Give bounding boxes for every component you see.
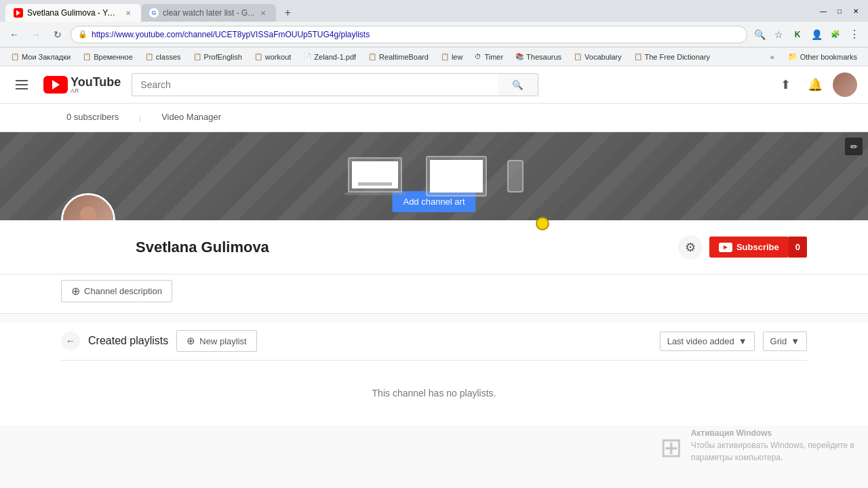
bookmark-classes[interactable]: 📋 classes	[140, 52, 186, 62]
avatar-photo	[63, 195, 113, 220]
bookmark-icon: 📋	[145, 53, 153, 60]
browser-titlebar: Svetlana Gulimova - You... ✕ G clear wat…	[0, 0, 868, 22]
banner-edit-button[interactable]: ✏	[845, 138, 863, 155]
avatar-silhouette	[68, 200, 108, 220]
tab-label-google: clear watch later list - G...	[163, 8, 254, 18]
upload-icon[interactable]: ⬆	[773, 73, 797, 97]
yt-logo-small	[719, 243, 732, 252]
tab-favicon-google: G	[149, 8, 159, 18]
phone-device	[507, 160, 524, 192]
tab-close-youtube[interactable]: ✕	[123, 8, 133, 18]
bookmark-vremennoe[interactable]: 📋 Временное	[77, 52, 138, 62]
search-form: 🔍	[132, 73, 538, 96]
browser-tabs: Svetlana Gulimova - You... ✕ G clear wat…	[5, 0, 296, 22]
header-right: ⬆ 🔔	[773, 73, 857, 97]
tv-device	[426, 156, 487, 197]
kaspersky-icon: K	[789, 26, 806, 43]
channel-avatar-container: ✏	[61, 193, 115, 220]
tab-favicon-yt	[14, 8, 23, 18]
search-browser-icon[interactable]: 🔍	[751, 26, 768, 43]
channel-name: Svetlana Gulimova	[136, 239, 269, 256]
channel-info-area: Svetlana Gulimova ⚙ Subscribe 0	[0, 220, 868, 274]
add-description-button[interactable]: ⊕ Channel description	[61, 280, 172, 302]
tab-youtube[interactable]: Svetlana Gulimova - You... ✕	[5, 4, 141, 22]
bookmark-workout[interactable]: 📋 workout	[249, 52, 297, 62]
user-avatar[interactable]	[833, 73, 857, 97]
back-arrow-button[interactable]: ←	[61, 331, 80, 350]
nav-icons-right: 🔍 ☆ K 👤 🧩 ⋮	[751, 26, 863, 43]
youtube-logo-icon	[43, 76, 68, 94]
bookmark-thesaurus[interactable]: 📚 Thesaurus	[510, 52, 567, 62]
chevron-down-icon: ▼	[791, 336, 800, 346]
hamburger-menu[interactable]	[11, 74, 33, 96]
subscribers-count: 0 subscribers	[61, 104, 124, 131]
bookmark-icon: 📋	[254, 53, 262, 60]
bookmark-vocabulary[interactable]: 📋 Vocabulary	[568, 52, 627, 62]
bookmark-timer[interactable]: ⏱ Timer	[469, 52, 509, 62]
bookmark-moi-zakladki[interactable]: 📋 Мои Закладки	[5, 52, 76, 62]
youtube-page: YouTube AR 🔍 ⬆ 🔔 0 subscribers | Video M…	[0, 66, 868, 488]
refresh-button[interactable]: ↻	[49, 26, 66, 43]
bookmarks-bar: 📋 Мои Закладки 📋 Временное 📋 classes 📋 P…	[0, 47, 868, 66]
plus-circle-icon: ⊕	[186, 335, 195, 347]
extensions-icon[interactable]: 🧩	[827, 26, 844, 43]
section-title: Created playlists	[88, 335, 168, 347]
channel-subnav: 0 subscribers | Video Manager	[0, 104, 868, 132]
youtube-logo-text: YouTube	[71, 76, 121, 88]
bookmark-icon: 📋	[193, 53, 201, 60]
bookmark-profenglish[interactable]: 📋 ProfEnglish	[188, 52, 248, 62]
youtube-header: YouTube AR 🔍 ⬆ 🔔	[0, 66, 868, 104]
sort-dropdown[interactable]: Last video added ▼	[660, 331, 755, 351]
hamburger-icon	[16, 80, 28, 89]
subscribe-group: Subscribe 0	[709, 237, 807, 258]
video-manager-link[interactable]: Video Manager	[156, 104, 226, 131]
forward-button[interactable]: →	[27, 26, 45, 43]
tab-close-google[interactable]: ✕	[258, 8, 268, 18]
tab-label-youtube: Svetlana Gulimova - You...	[27, 8, 119, 18]
playlists-header: ← Created playlists ⊕ New playlist Last …	[61, 322, 807, 361]
bookmark-icon: 📋	[441, 53, 449, 60]
new-tab-button[interactable]: +	[279, 4, 296, 22]
laptop-device	[344, 157, 406, 195]
view-dropdown[interactable]: Grid ▼	[763, 331, 807, 351]
back-button[interactable]: ←	[5, 26, 23, 43]
tab-google[interactable]: G clear watch later list - G... ✕	[141, 4, 276, 22]
address-bar[interactable]: 🔒 https://www.youtube.com/channel/UCET8y…	[71, 26, 747, 43]
empty-state: This channel has no playlists.	[61, 361, 807, 426]
bookmark-icon: 📋	[574, 53, 582, 60]
plus-icon: ⊕	[71, 285, 80, 298]
bookmark-star-icon[interactable]: ☆	[770, 26, 787, 43]
subscribe-button[interactable]: Subscribe	[709, 237, 789, 258]
thesaurus-icon: 📚	[515, 53, 524, 60]
youtube-logo[interactable]: YouTube AR	[43, 76, 121, 94]
bookmarks-more[interactable]: »	[766, 52, 778, 62]
bookmark-freedict[interactable]: 📋 The Free Dictionary	[629, 52, 716, 62]
bookmark-icon: 📋	[634, 53, 642, 60]
search-input[interactable]	[132, 73, 498, 96]
menu-icon[interactable]: ⋮	[846, 26, 863, 43]
maximize-button[interactable]: □	[833, 4, 846, 18]
folder-icon: 📁	[788, 52, 797, 61]
bookmark-pdf-icon: 📄	[303, 53, 311, 60]
minimize-button[interactable]: —	[816, 4, 830, 18]
youtube-logo-ar: AR	[71, 88, 121, 94]
timer-icon: ⏱	[475, 53, 481, 60]
chevron-down-icon: ▼	[738, 336, 747, 346]
playlists-section: ← Created playlists ⊕ New playlist Last …	[0, 322, 868, 426]
channel-description-area: ⊕ Channel description	[0, 274, 868, 314]
channel-avatar[interactable]: ✏	[61, 193, 115, 220]
bookmark-lew[interactable]: 📋 lew	[435, 52, 469, 62]
new-playlist-button[interactable]: ⊕ New playlist	[176, 330, 256, 352]
search-button[interactable]: 🔍	[498, 73, 538, 96]
play-triangle-icon	[52, 80, 60, 89]
search-icon: 🔍	[512, 80, 524, 90]
settings-button[interactable]: ⚙	[678, 235, 703, 260]
notification-icon[interactable]: 🔔	[803, 73, 827, 97]
profile-icon[interactable]: 👤	[808, 26, 825, 43]
avatar-image	[833, 73, 857, 97]
close-button[interactable]: ✕	[849, 4, 863, 18]
bookmark-zeland[interactable]: 📄 Zeland-1.pdf	[298, 52, 361, 62]
bookmark-icon: 📋	[368, 53, 376, 60]
bookmark-realtimeboard[interactable]: 📋 RealtimeBoard	[363, 52, 434, 62]
other-bookmarks[interactable]: 📁 Other bookmarks	[783, 51, 863, 62]
